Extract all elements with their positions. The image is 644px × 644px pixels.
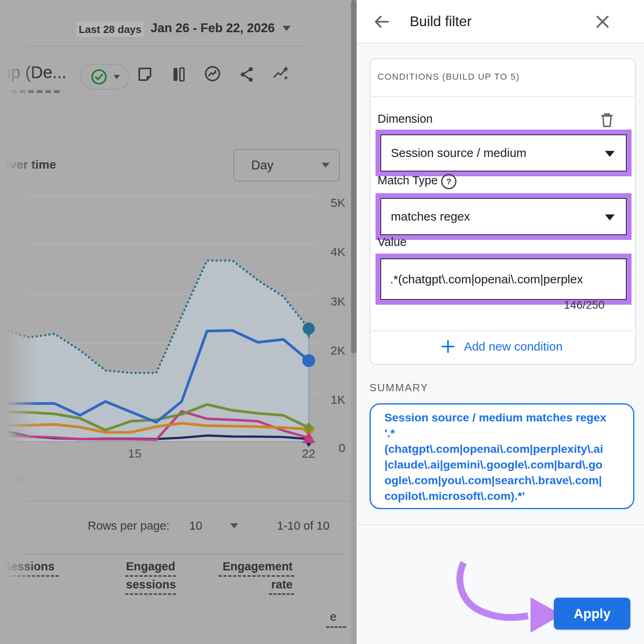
dimension-select-highlight: Session source / medium bbox=[376, 130, 632, 176]
y-tick: 2K bbox=[318, 344, 345, 357]
match-type-label: Match Type bbox=[378, 174, 438, 187]
summary-line: ogle\.com|you\.com|search\.brave\.com| bbox=[384, 473, 606, 488]
x-tick: 22 bbox=[302, 447, 315, 460]
summary-label: SUMMARY bbox=[369, 382, 428, 394]
column-header-engagement-rate[interactable]: Engagement bbox=[219, 560, 293, 573]
value-input-text: .*(chatgpt\.com|openai\.com|perplex bbox=[390, 272, 611, 286]
match-type-value: matches regex bbox=[391, 210, 470, 223]
ga4-explore-screen: Last 28 days Jan 26 - Feb 22, 2026 up (D… bbox=[0, 0, 644, 644]
dimension-select[interactable]: Session source / medium bbox=[380, 134, 627, 171]
summary-box: Session source / medium matches regex '.… bbox=[369, 403, 634, 509]
summary-line: (chatgpt\.com|openai\.com|perplexity\.ai bbox=[384, 441, 606, 457]
summary-line: Session source / medium matches regex bbox=[384, 410, 606, 425]
trash-icon[interactable] bbox=[599, 111, 615, 129]
partial-underline bbox=[326, 626, 346, 628]
value-input-highlight: .*(chatgpt\.com|openai\.com|perplex bbox=[376, 254, 632, 305]
column-header-sessions[interactable]: Sessions bbox=[3, 560, 54, 573]
help-icon[interactable]: ? bbox=[441, 174, 456, 189]
partial-cell-text: e bbox=[330, 610, 336, 623]
divider bbox=[357, 43, 644, 43]
divider bbox=[7, 554, 345, 555]
column-header-engagement-rate-line2[interactable]: rate bbox=[219, 578, 293, 591]
panel-title: Build filter bbox=[410, 13, 472, 29]
header-underline bbox=[125, 593, 176, 595]
dimmed-report-pane: Last 28 days Jan 26 - Feb 22, 2026 up (D… bbox=[0, 0, 357, 644]
value-input[interactable]: .*(chatgpt\.com|openai\.com|perplex bbox=[380, 258, 627, 300]
y-tick: 3K bbox=[318, 295, 345, 308]
value-label: Value bbox=[378, 235, 407, 249]
sessions-over-time-chart bbox=[0, 0, 357, 644]
character-counter: 146/250 bbox=[524, 299, 605, 312]
rows-per-page-select[interactable]: 10 bbox=[189, 519, 202, 533]
dimension-value: Session source / medium bbox=[391, 146, 526, 160]
conditions-header: CONDITIONS (BUILD UP TO 5) bbox=[378, 72, 520, 82]
divider bbox=[370, 96, 634, 97]
summary-line: copilot\.microsoft\.com).*' bbox=[384, 488, 606, 504]
y-tick: 0 bbox=[318, 441, 345, 455]
chevron-down-icon[interactable] bbox=[230, 523, 238, 528]
apply-label: Apply bbox=[574, 606, 611, 621]
header-underline bbox=[3, 575, 59, 577]
scrollbar-thumb[interactable] bbox=[351, 0, 357, 353]
column-header-engaged-sessions[interactable]: Engaged bbox=[126, 560, 175, 573]
x-tick: 15 bbox=[128, 447, 141, 460]
summary-line: '.* bbox=[384, 425, 606, 441]
summary-line: |claude\.ai|gemini\.google\.com|bard\.go bbox=[384, 457, 606, 473]
add-new-condition-label: Add new condition bbox=[464, 340, 562, 353]
chevron-down-icon bbox=[605, 215, 615, 221]
header-underline bbox=[219, 575, 294, 577]
y-tick: 4K bbox=[318, 245, 345, 259]
apply-button[interactable]: Apply bbox=[554, 598, 630, 630]
rows-per-page-label: Rows per page: bbox=[88, 519, 169, 533]
back-arrow-icon[interactable] bbox=[372, 12, 391, 31]
divider bbox=[357, 524, 644, 525]
summary-text: Session source / medium matches regex '.… bbox=[371, 410, 606, 504]
chevron-down-icon bbox=[605, 151, 615, 157]
plus-icon bbox=[441, 340, 455, 353]
y-tick: 5K bbox=[318, 196, 345, 210]
divider bbox=[0, 501, 357, 502]
add-new-condition-button[interactable]: Add new condition bbox=[369, 331, 634, 362]
close-icon[interactable] bbox=[594, 14, 611, 30]
legend-item-partial: erral bbox=[0, 472, 23, 485]
blue-circle-marker bbox=[302, 354, 315, 367]
column-header-engaged-sessions-line2[interactable]: sessions bbox=[126, 578, 175, 591]
dimension-label: Dimension bbox=[378, 112, 433, 126]
y-tick: 1K bbox=[318, 393, 345, 407]
pagination-range: 1-10 of 10 bbox=[277, 519, 330, 533]
match-type-select-highlight: matches regex bbox=[376, 193, 632, 240]
header-underline bbox=[269, 593, 294, 595]
header-underline bbox=[125, 575, 176, 577]
match-type-select[interactable]: matches regex bbox=[380, 198, 627, 235]
